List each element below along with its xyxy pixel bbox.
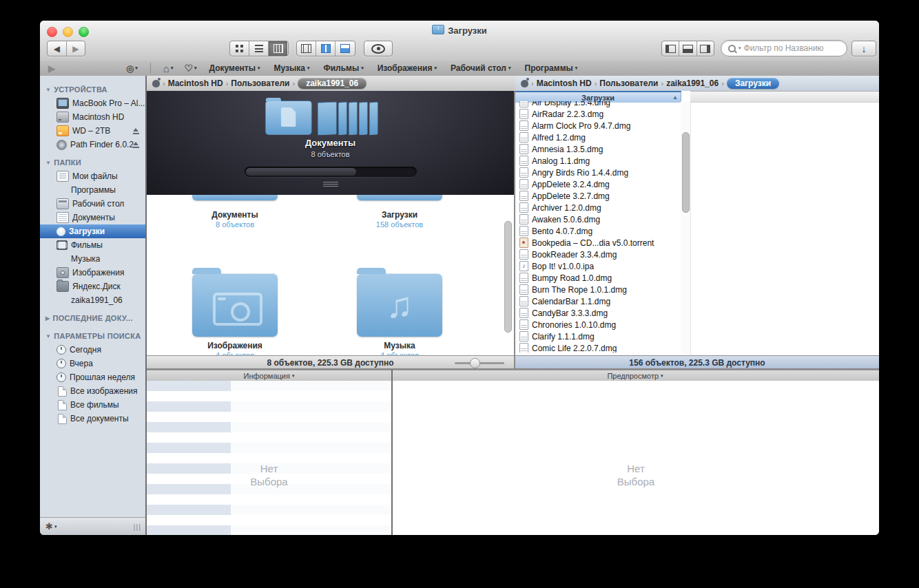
sidebar-item[interactable]: Загрузки — [40, 224, 145, 238]
file-row[interactable]: Chronories 1.0.10.dmg — [515, 319, 681, 330]
icon-view-button[interactable] — [230, 41, 249, 56]
file-row[interactable]: Amnesia 1.3.5.dmg — [515, 143, 681, 155]
favorites-heart-menu[interactable]: ♡▾ — [184, 63, 196, 74]
sidebar-item[interactable]: MacBook Pro – Al... — [40, 96, 145, 110]
sidebar-section-header-3[interactable]: ▼ПАРАМЕТРЫ ПОИСКА — [40, 329, 145, 343]
file-row[interactable]: Comic Life 2.2.0.7.dmg — [515, 342, 681, 353]
file-row[interactable]: Archiver 1.2.0.dmg — [515, 202, 681, 213]
favorites-menu-Рабочий стол[interactable]: Рабочий стол▾ — [451, 63, 511, 73]
split-vertical-button[interactable] — [316, 41, 335, 56]
sidebar-item[interactable]: WD – 2TB — [40, 124, 145, 138]
favorites-menu-Музыка[interactable]: Музыка▾ — [274, 63, 310, 73]
left-pane-scrollbar-thumb[interactable] — [504, 221, 512, 333]
quicklook-button[interactable] — [364, 41, 393, 56]
target-menu[interactable]: ◎▾ — [126, 63, 138, 74]
sidebar-item[interactable]: Все документы — [40, 412, 145, 426]
file-list-scroll-thumb[interactable] — [682, 132, 690, 213]
toggle-bottom-panel-button[interactable] — [679, 41, 696, 56]
file-row[interactable]: CandyBar 3.3.3.dmg — [515, 307, 681, 319]
toggle-right-panel-button[interactable] — [697, 41, 714, 56]
sidebar-item[interactable]: Path Finder 6.0.2 — [40, 138, 145, 151]
info-panel-header[interactable]: Информация▾ — [147, 370, 391, 381]
sidebar-item[interactable]: zaika1991_06 — [40, 293, 145, 307]
sidebar-item[interactable]: Сегодня — [40, 343, 145, 357]
disclosure-triangle-icon[interactable]: ▼ — [45, 160, 51, 166]
sidebar-item[interactable]: Прошлая неделя — [40, 370, 145, 384]
filter-search-field[interactable]: ▾ Фильтр по Названию — [721, 40, 847, 56]
home-menu[interactable]: ⌂▾ — [163, 63, 174, 74]
coverflow-scrollbar[interactable] — [245, 167, 417, 177]
slider-knob[interactable] — [470, 358, 480, 368]
coverflow-scroll-thumb[interactable] — [246, 168, 356, 176]
file-row[interactable]: Bumpy Road 1.0.dmg — [515, 272, 681, 284]
play-disclosure-icon[interactable]: ▶ — [48, 63, 55, 74]
icon-size-slider[interactable] — [455, 362, 504, 364]
sidebar-section-header-2[interactable]: ▶ПОСЛЕДНИЕ ДОКУ... — [40, 311, 145, 325]
file-row[interactable]: CalendarBar 1.1.dmg — [515, 295, 681, 307]
sidebar-item[interactable]: Музыка — [40, 252, 145, 266]
coverflow-selected-item[interactable] — [265, 101, 378, 135]
search-options-chevron-icon[interactable]: ▾ — [739, 45, 741, 51]
file-row[interactable]: AirRadar 2.2.3.dmg — [515, 108, 681, 120]
action-gear-menu[interactable]: ✱▾ — [45, 521, 56, 532]
file-list-scrollbar[interactable] — [681, 101, 691, 368]
sidebar-section-header-0[interactable]: ▼УСТРОЙСТВА — [40, 83, 145, 96]
sidebar-item[interactable]: Фильмы — [40, 238, 145, 252]
favorites-menu-Документы[interactable]: Документы▾ — [209, 63, 260, 73]
sidebar-item[interactable]: Все фильмы — [40, 398, 145, 412]
sidebar-item[interactable]: Macintosh HD — [40, 110, 145, 124]
toggle-left-panel-button[interactable] — [662, 41, 679, 56]
file-row[interactable]: Burn The Rope 1.0.1.dmg — [515, 284, 681, 295]
favorites-menu-Изображения[interactable]: Изображения▾ — [378, 63, 437, 73]
folder-item[interactable]: ♫Музыка4 объектов — [324, 258, 475, 359]
file-row[interactable]: AppDelete 3.2.4.dmg — [515, 178, 681, 190]
sidebar-item[interactable]: Программы — [40, 183, 145, 197]
file-row[interactable]: Bento 4.0.7.dmg — [515, 225, 681, 237]
sidebar-item[interactable]: Изображения — [40, 266, 145, 280]
folder-item[interactable]: Загрузки158 объектов — [324, 195, 475, 229]
file-row[interactable]: Alfred 1.2.dmg — [515, 132, 681, 143]
sidebar-item[interactable]: Рабочий стол — [40, 197, 145, 211]
sidebar-item[interactable]: Все изображения — [40, 384, 145, 398]
file-row[interactable]: Alarm Clock Pro 9.4.7.dmg — [515, 120, 681, 132]
bottom-panels-divider[interactable] — [391, 370, 393, 535]
preview-panel-header[interactable]: Предпросмотр▾ — [391, 370, 879, 381]
file-row[interactable]: Clarify 1.1.1.dmg — [515, 330, 681, 342]
file-row[interactable]: Angry Birds Rio 1.4.4.dmg — [515, 167, 681, 178]
disclosure-triangle-icon[interactable]: ▼ — [45, 87, 51, 93]
disclosure-triangle-icon[interactable]: ▼ — [45, 333, 51, 339]
column-view-button[interactable] — [269, 41, 287, 56]
forward-button[interactable]: ▶ — [67, 41, 85, 56]
folder-item[interactable]: Документы8 объектов — [159, 195, 311, 229]
breadcrumb-segment[interactable]: zaika1991_06 — [666, 78, 719, 88]
file-row[interactable]: Bop It! v1.0.0.ipa — [515, 260, 681, 272]
file-row[interactable]: Bookpedia – CD...dia v5.0.torrent — [515, 237, 681, 249]
back-button[interactable]: ◀ — [48, 41, 67, 56]
sidebar-item[interactable]: Яндекс.Диск — [40, 280, 145, 293]
coverflow-resize-handle[interactable] — [323, 182, 338, 187]
breadcrumb-current[interactable]: zaika1991_06 — [298, 78, 366, 89]
file-row[interactable]: Awaken 5.0.6.dmg — [515, 213, 681, 225]
folder-item[interactable]: Изображения4 объектов — [159, 258, 311, 359]
downloads-button[interactable]: ↓ — [851, 41, 876, 56]
breadcrumb-segment[interactable]: Пользователи — [599, 78, 658, 88]
eject-icon[interactable] — [132, 142, 140, 148]
file-row[interactable]: BookReader 3.3.4.dmg — [515, 249, 681, 260]
list-view-button[interactable] — [249, 41, 269, 56]
breadcrumb-segment[interactable]: Macintosh HD — [168, 78, 223, 88]
file-row[interactable]: AppDelete 3.2.7.dmg — [515, 190, 681, 202]
breadcrumb-current[interactable]: Загрузки — [727, 78, 779, 89]
breadcrumb-segment[interactable]: Macintosh HD — [537, 78, 592, 88]
disclosure-triangle-icon[interactable]: ▶ — [45, 315, 50, 322]
sidebar-resize-grip[interactable]: ||| — [133, 523, 141, 531]
apple-icon[interactable] — [152, 80, 160, 87]
file-row[interactable]: Analog 1.1.dmg — [515, 155, 681, 167]
apple-icon[interactable] — [521, 80, 528, 87]
sidebar-section-header-1[interactable]: ▼ПАПКИ — [40, 156, 145, 169]
split-horizontal-button[interactable] — [335, 41, 354, 56]
sidebar-item[interactable]: Документы — [40, 211, 145, 224]
file-row[interactable]: Air Display 1.5.4.dmg — [515, 101, 681, 108]
sidebar-item[interactable]: Вчера — [40, 357, 145, 370]
eject-icon[interactable] — [132, 128, 140, 134]
breadcrumb-segment[interactable]: Пользователи — [231, 78, 289, 88]
